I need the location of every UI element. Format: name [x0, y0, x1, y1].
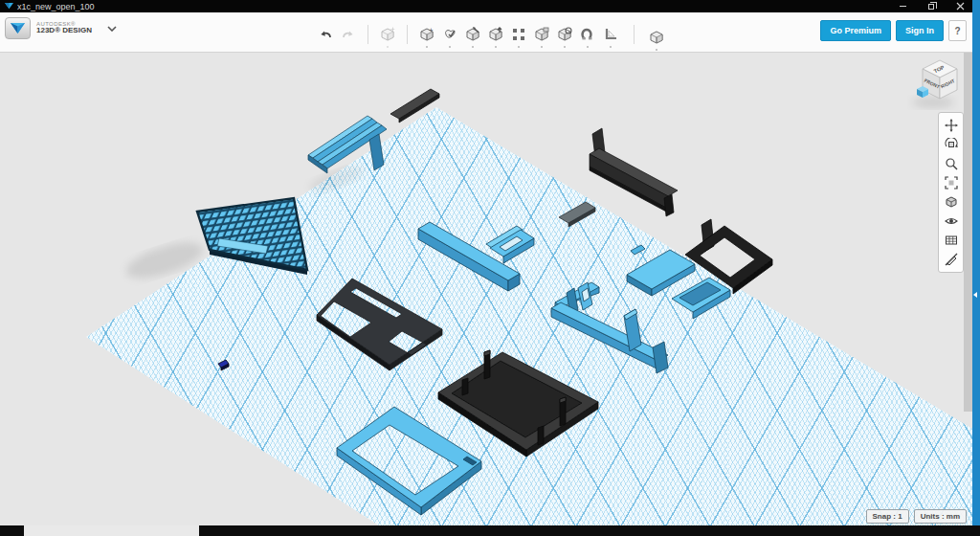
- part-latch-bracket[interactable]: [486, 226, 534, 263]
- primitives-tool-button[interactable]: +: [417, 25, 436, 44]
- modify-icon: [487, 26, 504, 43]
- window-title: x1c_new_open_100: [17, 2, 95, 11]
- part-display-tray[interactable]: [438, 350, 598, 457]
- part-hinge-bracket[interactable]: [551, 282, 668, 373]
- app-icon: [5, 2, 13, 11]
- modify-tool-button[interactable]: [486, 25, 505, 44]
- part-palmrest-frame[interactable]: [317, 279, 442, 370]
- undo-icon: [318, 27, 333, 42]
- redo-icon: [341, 27, 356, 42]
- snap-setting[interactable]: Snap : 1: [866, 509, 909, 524]
- part-corner-frame[interactable]: [685, 219, 772, 294]
- grid-settings-button[interactable]: [943, 232, 960, 249]
- transform-tool-button[interactable]: +: [378, 25, 397, 44]
- magnifier-icon: [945, 157, 958, 170]
- pan-icon: [945, 119, 958, 132]
- construct-tool-button[interactable]: [463, 25, 482, 44]
- toolbar-separator: [634, 25, 635, 44]
- part-small-pin[interactable]: [218, 360, 229, 370]
- orbit-button[interactable]: [943, 136, 960, 153]
- visual-style-button[interactable]: [943, 193, 960, 211]
- pattern-tool-button[interactable]: [509, 25, 528, 44]
- view-cube[interactable]: TOP FRONT RIGHT: [909, 55, 970, 114]
- part-ribbed-hinge-cover[interactable]: [308, 116, 387, 173]
- svg-text:+: +: [390, 26, 395, 34]
- sketch-visibility-button[interactable]: [943, 251, 960, 268]
- chevron-down-icon: [107, 26, 117, 32]
- materials-tool-button[interactable]: [647, 28, 666, 47]
- restore-icon: [928, 4, 934, 10]
- transform-icon: +: [379, 26, 396, 43]
- logo-triangle-icon: [10, 21, 26, 35]
- app-menu-button[interactable]: AUTODESK® 123D® DESIGN: [5, 17, 117, 39]
- sign-in-button[interactable]: Sign In: [896, 20, 944, 41]
- fit-view-button[interactable]: [943, 174, 960, 191]
- close-button[interactable]: [953, 1, 967, 12]
- materials-cube-icon: [648, 29, 665, 46]
- snap-tool-button[interactable]: [578, 25, 597, 44]
- taskbar-app-segment[interactable]: [24, 525, 199, 536]
- part-touchpad-frame[interactable]: [672, 278, 730, 319]
- edge-panel-strip: [972, 0, 980, 525]
- combine-tool-button[interactable]: [555, 25, 574, 44]
- taskbar-edge: [0, 525, 980, 536]
- viewport-right-margin: [964, 53, 972, 412]
- model-parts-layer: [0, 53, 980, 536]
- pencil-slash-icon: [945, 253, 958, 266]
- part-bezel-frame[interactable]: [337, 407, 481, 515]
- ruler-icon: [602, 26, 619, 43]
- zoom-button[interactable]: [943, 155, 960, 172]
- part-display-hinge-rail[interactable]: [590, 128, 678, 216]
- part-touchpad-plate[interactable]: [627, 245, 695, 296]
- close-icon: [956, 2, 965, 11]
- toolbar-separator: [368, 25, 368, 44]
- minimize-icon: [900, 6, 906, 7]
- primitives-icon: +: [418, 26, 435, 43]
- panel-collapse-arrow-icon[interactable]: [973, 292, 977, 298]
- help-button[interactable]: ?: [948, 20, 967, 41]
- shaded-cube-icon: [945, 195, 958, 209]
- svg-text:+: +: [429, 26, 434, 34]
- restore-button[interactable]: [924, 1, 938, 12]
- minimize-button[interactable]: [896, 1, 909, 12]
- app-logo: [5, 17, 31, 39]
- title-bar: x1c_new_open_100: [0, 0, 980, 12]
- viewport-canvas[interactable]: TOP FRONT RIGHT: [0, 53, 980, 536]
- pan-button[interactable]: [943, 117, 960, 134]
- units-setting[interactable]: Units : mm: [914, 509, 967, 524]
- part-keyboard[interactable]: [197, 198, 307, 275]
- construct-icon: [464, 26, 481, 43]
- go-premium-button[interactable]: Go Premium: [820, 20, 891, 41]
- toolbar-separator: [407, 25, 408, 44]
- grid-icon: [945, 234, 958, 247]
- grouping-tool-button[interactable]: [532, 25, 551, 44]
- eye-icon: [945, 214, 958, 228]
- navigation-toolbar: [938, 112, 964, 273]
- part-small-plate[interactable]: [559, 202, 595, 227]
- grouping-icon: [533, 26, 550, 43]
- show-hide-button[interactable]: [943, 212, 960, 230]
- pattern-icon: [510, 26, 527, 43]
- sketch-icon: [441, 26, 458, 43]
- measure-tool-button[interactable]: [601, 25, 620, 44]
- magnet-icon: [579, 26, 596, 43]
- brand-123d-design: 123D® DESIGN: [36, 27, 92, 35]
- fit-icon: [945, 176, 958, 190]
- redo-button[interactable]: [339, 25, 358, 44]
- sketch-tool-button[interactable]: [440, 25, 459, 44]
- undo-button[interactable]: [316, 25, 335, 44]
- main-toolbar: AUTODESK® 123D® DESIGN +: [0, 12, 980, 53]
- part-flat-bar[interactable]: [390, 89, 439, 123]
- orbit-icon: [945, 138, 958, 151]
- combine-icon: [556, 26, 573, 43]
